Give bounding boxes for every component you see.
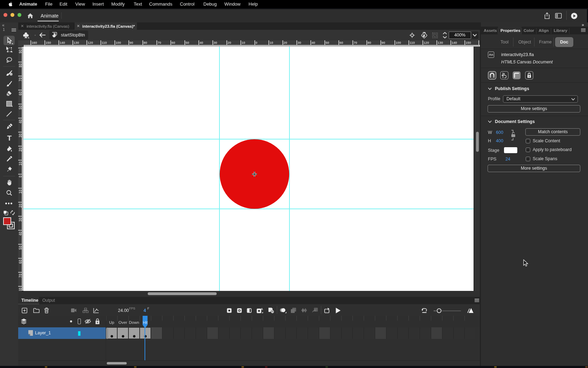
svg-text:A: A	[261, 307, 263, 311]
